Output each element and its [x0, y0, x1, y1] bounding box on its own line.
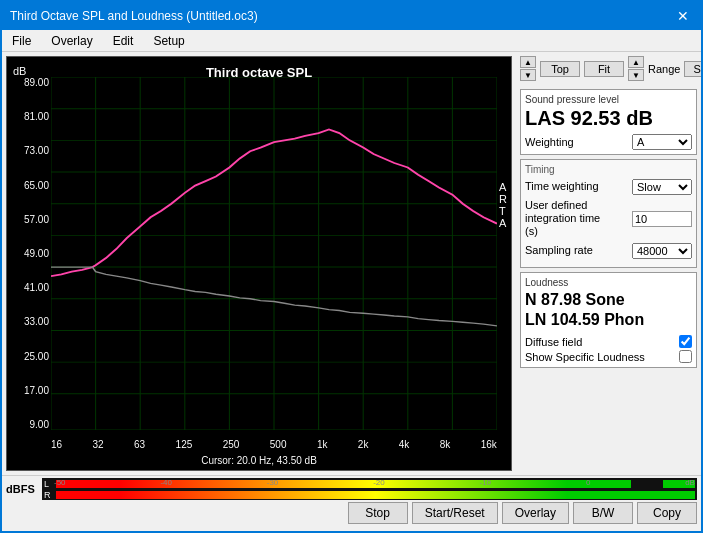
- overlay-button[interactable]: Overlay: [502, 502, 569, 524]
- range-label: Range: [648, 63, 680, 75]
- chart-right-labels: A R T A: [499, 181, 507, 229]
- specific-checkbox[interactable]: [679, 350, 692, 363]
- main-window: Third Octave SPL and Loudness (Untitled.…: [0, 0, 703, 533]
- set-button[interactable]: Set: [684, 61, 701, 77]
- weighting-select[interactable]: A B C Z: [632, 134, 692, 150]
- close-button[interactable]: ✕: [673, 8, 693, 24]
- sampling-row: Sampling rate 48000 44100 96000: [525, 243, 692, 259]
- range-arrows: ▲ ▼: [628, 56, 644, 81]
- range-down-button[interactable]: ▼: [628, 69, 644, 81]
- sampling-select[interactable]: 48000 44100 96000: [632, 243, 692, 259]
- l-meter-row: L: [42, 478, 697, 489]
- menu-file[interactable]: File: [6, 32, 37, 50]
- action-buttons: Stop Start/Reset Overlay B/W Copy: [6, 502, 697, 524]
- r-bar: [56, 491, 695, 499]
- l-bar: [56, 480, 695, 488]
- specific-label: Show Specific Loudness: [525, 351, 645, 363]
- spl-box: Sound pressure level LAS 92.53 dB Weight…: [520, 89, 697, 155]
- timing-title: Timing: [525, 164, 692, 175]
- top-range-controls: ▲ ▼ Top Fit ▲ ▼ Range Set: [520, 56, 697, 81]
- weighting-row: Weighting A B C Z: [525, 134, 692, 150]
- level-meter-container: L R -50 -40 -30 -20 -10 0: [42, 478, 697, 500]
- diffuse-label: Diffuse field: [525, 336, 582, 348]
- integration-input[interactable]: [632, 211, 692, 227]
- time-weighting-row: Time weighting Slow Fast Impulse: [525, 179, 692, 195]
- top-down-button[interactable]: ▼: [520, 69, 536, 81]
- time-weighting-select[interactable]: Slow Fast Impulse: [632, 179, 692, 195]
- chart-title: Third octave SPL: [206, 65, 312, 80]
- menu-overlay[interactable]: Overlay: [45, 32, 98, 50]
- integration-label: User defined integration time (s): [525, 199, 615, 239]
- loudness-value: N 87.98 Sone LN 104.59 Phon: [525, 290, 692, 332]
- start-reset-button[interactable]: Start/Reset: [412, 502, 498, 524]
- top-arrows: ▲ ▼: [520, 56, 536, 81]
- cursor-info: Cursor: 20.0 Hz, 43.50 dB: [201, 455, 317, 466]
- dbfs-label: dBFS: [6, 483, 38, 495]
- spl-section-label: Sound pressure level: [525, 94, 692, 105]
- menu-edit[interactable]: Edit: [107, 32, 140, 50]
- weighting-label: Weighting: [525, 136, 574, 148]
- fit-button[interactable]: Fit: [584, 61, 624, 77]
- window-title: Third Octave SPL and Loudness (Untitled.…: [10, 9, 258, 23]
- menu-setup[interactable]: Setup: [147, 32, 190, 50]
- time-weighting-label: Time weighting: [525, 180, 599, 193]
- sampling-label: Sampling rate: [525, 244, 593, 257]
- bw-button[interactable]: B/W: [573, 502, 633, 524]
- diffuse-checkbox[interactable]: [679, 335, 692, 348]
- main-content: Third octave SPL dB A R T A 89.00 81.00 …: [2, 52, 701, 475]
- timing-box: Timing Time weighting Slow Fast Impulse …: [520, 159, 697, 268]
- integration-row: User defined integration time (s): [525, 199, 692, 239]
- y-axis: 89.00 81.00 73.00 65.00 57.00 49.00 41.0…: [7, 77, 51, 430]
- x-axis: 16 32 63 125 250 500 1k 2k 4k 8k 16k: [51, 439, 497, 450]
- copy-button[interactable]: Copy: [637, 502, 697, 524]
- stop-button[interactable]: Stop: [348, 502, 408, 524]
- diffuse-row: Diffuse field: [525, 335, 692, 348]
- specific-row: Show Specific Loudness: [525, 350, 692, 363]
- range-up-button[interactable]: ▲: [628, 56, 644, 68]
- chart-area: Third octave SPL dB A R T A 89.00 81.00 …: [6, 56, 512, 471]
- chart-y-label: dB: [13, 65, 26, 77]
- r-meter-row: R: [42, 489, 697, 500]
- top-value-button[interactable]: Top: [540, 61, 580, 77]
- menu-bar: File Overlay Edit Setup: [2, 30, 701, 52]
- loudness-box: Loudness N 87.98 Sone LN 104.59 Phon Dif…: [520, 272, 697, 369]
- top-up-button[interactable]: ▲: [520, 56, 536, 68]
- loudness-section-label: Loudness: [525, 277, 692, 288]
- right-panel: ▲ ▼ Top Fit ▲ ▼ Range Set Sound pressure…: [516, 52, 701, 475]
- bottom-bar: dBFS L R -50 -40 -30: [2, 475, 701, 531]
- chart-svg: [51, 77, 497, 430]
- spl-value: LAS 92.53 dB: [525, 107, 692, 130]
- title-bar: Third Octave SPL and Loudness (Untitled.…: [2, 2, 701, 30]
